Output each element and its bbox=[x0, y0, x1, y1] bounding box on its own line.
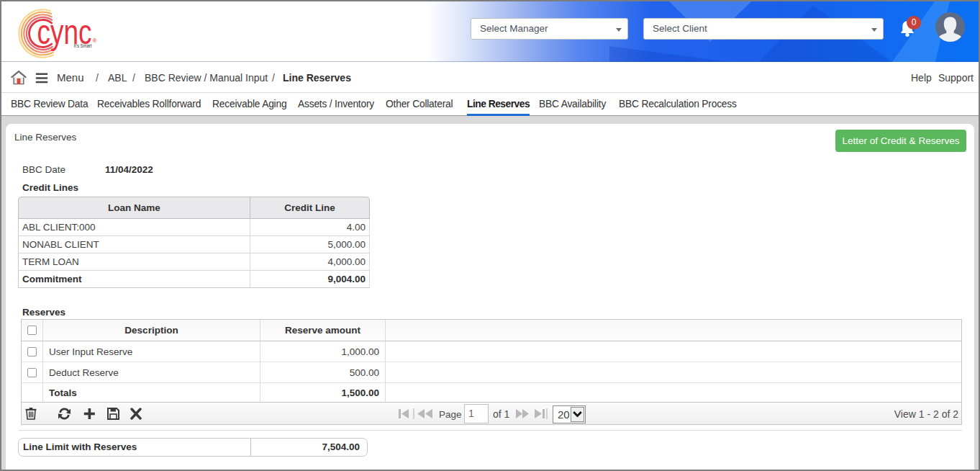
svg-text:®: ® bbox=[93, 37, 97, 44]
svg-text:It's Smart: It's Smart bbox=[74, 42, 93, 49]
